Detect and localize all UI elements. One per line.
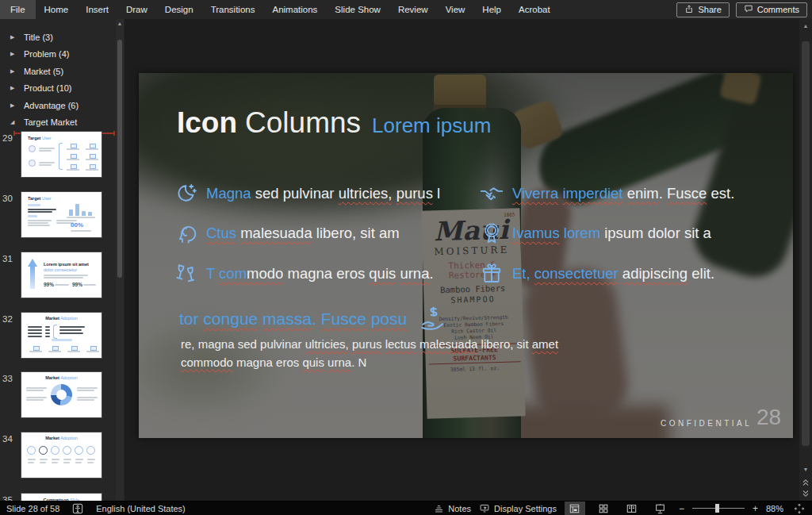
cheers-glasses-icon [174,262,197,286]
next-slide-button[interactable] [799,488,812,501]
slide-thumbnail-29[interactable]: Target User [21,132,102,177]
section-target-market[interactable]: ◢Target Market [0,114,124,132]
thumbnail-stat: 99% [72,282,82,287]
bullet-row[interactable]: Viverra imperdiet enim. Fusce est. [480,182,734,206]
chevron-right-icon: ▶ [10,51,17,57]
slide-canvas[interactable]: 1085 Maui MOISTURE Thicken &Restore + Ba… [124,19,799,501]
comments-button[interactable]: Comments [736,2,807,17]
normal-view-button[interactable] [565,502,585,515]
slide-number: 30 [2,194,18,203]
section-problem[interactable]: ▶Problem (4) [0,46,124,63]
scrollbar-thumb[interactable] [802,41,810,446]
bullet-row[interactable]: Et, consectetuer adipiscing elit. [480,262,714,286]
menu-acrobat[interactable]: Acrobat [510,0,559,19]
menu-design[interactable]: Design [156,0,202,19]
bullet-text: Ctus malesuada libero, sit am [206,225,400,242]
menu-insert[interactable]: Insert [77,0,117,19]
outline-sections: ▶Title (3) ▶Problem (4) ▶Market (5) ▶Pro… [0,19,124,134]
scroll-down-icon[interactable]: ▼ [799,463,812,475]
slides-outline-panel: ▶Title (3) ▶Problem (4) ▶Market (5) ▶Pro… [0,19,124,501]
menu-help[interactable]: Help [473,0,510,19]
menu-view[interactable]: View [437,0,474,19]
scrollbar-track[interactable] [799,32,812,463]
current-slide[interactable]: 1085 Maui MOISTURE Thicken &Restore + Ba… [139,73,793,438]
notes-button[interactable]: Notes [434,503,471,513]
slide-thumbnail-33[interactable]: Market Adoption [21,372,102,417]
title-bold: Icon [177,106,237,140]
workspace: ▶Title (3) ▶Problem (4) ▶Market (5) ▶Pro… [0,19,812,501]
zoom-slider[interactable] [692,508,745,509]
menu-bar: File Home Insert Draw Design Transitions… [0,0,812,19]
section-advantage[interactable]: ▶Advantage (6) [0,97,124,114]
zoom-out-button[interactable]: − [679,503,684,514]
menu-file[interactable]: File [0,0,36,19]
slide-number: 34 [2,434,18,444]
title-accent: Lorem ipsum [372,113,491,138]
chevron-right-icon: ▶ [10,68,17,75]
body-paragraph[interactable]: re, magna sed pulvinar ultricies, purus … [181,335,581,371]
chevron-right-icon: ▶ [10,102,17,109]
bullet-row[interactable]: Magna sed pulvinar ultricies, purus l [174,182,440,206]
slide-content: Icon Columns Lorem ipsum Magna sed pulvi… [139,73,793,438]
previous-slide-button[interactable] [799,475,812,488]
language-indicator[interactable]: English (United States) [96,504,186,513]
vertical-scrollbar[interactable]: ▲ ▼ [799,19,812,501]
brain-head-icon [174,221,197,245]
menu-right-cluster: Share Comments [676,0,812,19]
slide-thumbnail-35[interactable]: Comparison Slide [21,494,102,501]
accessibility-button[interactable] [72,503,83,514]
bullet-text: T commodo magna eros quis urna. [206,265,434,282]
section-product[interactable]: ▶Product (10) [0,80,124,98]
zoom-slider-thumb[interactable] [715,504,719,513]
title-light: Columns [245,106,361,140]
reading-view-button[interactable] [622,502,642,515]
bullet-row[interactable]: T commodo magna eros quis urna. [174,262,434,286]
donut-chart [51,384,72,405]
slide-number: 32 [2,314,18,324]
slide-thumbnail-30[interactable]: Target User 00% [21,192,102,237]
section-market[interactable]: ▶Market (5) [0,63,124,80]
chevron-right-icon: ▶ [10,34,17,40]
notes-icon [434,503,444,513]
thumbnail-list: 29 Target User 30 Target User [0,132,124,501]
comments-label: Comments [757,5,799,14]
panel-scrollbar-thumb[interactable] [117,40,122,278]
slide-show-button[interactable] [650,502,671,515]
zoom-percentage[interactable]: 88% [766,504,783,513]
scroll-up-icon[interactable]: ▲ [116,21,124,26]
status-bar: Slide 28 of 58 English (United States) N… [0,501,812,515]
section-title[interactable]: ▶Title (3) [0,29,124,46]
confidential-label: CONFIDENTIAL [661,419,752,428]
scroll-up-icon[interactable]: ▲ [799,19,812,32]
display-settings-icon [479,503,490,513]
bullet-text: Magna sed pulvinar ultricies, purus l [206,185,440,202]
bullet-text: Viverra imperdiet enim. Fusce est. [512,185,734,202]
share-button[interactable]: Share [676,2,729,17]
powerpoint-window: File Home Insert Draw Design Transitions… [0,0,812,515]
handshake-icon [480,182,504,206]
slide-counter[interactable]: Slide 28 of 58 [6,504,59,513]
slide-thumbnail-31[interactable]: Lorem ipsum sit ametdolor consectetur 99… [21,252,102,298]
menu-home[interactable]: Home [36,0,78,19]
fit-to-window-button[interactable] [791,502,807,515]
slide-sorter-view-button[interactable] [593,502,614,515]
slide-number: 33 [2,374,18,383]
slide-page-number: 28 [756,405,781,430]
zoom-in-button[interactable]: + [753,503,758,514]
menu-draw[interactable]: Draw [117,0,156,19]
bullet-row[interactable]: Ivamus lorem ipsum dolor sit a [480,221,711,245]
menu-animations[interactable]: Animations [263,0,326,19]
slide-thumbnail-32[interactable]: Market Adoption [21,313,102,358]
menu-slide-show[interactable]: Slide Show [326,0,389,19]
panel-scrollbar[interactable]: ▲ [116,19,124,501]
menu-transitions[interactable]: Transitions [202,0,264,19]
menu-review[interactable]: Review [389,0,437,19]
display-settings-button[interactable]: Display Settings [479,503,557,513]
slide-thumbnail-34[interactable]: Market Adoption [21,432,102,478]
award-medal-icon [480,221,504,245]
money-hand-icon [419,306,446,332]
bullet-row[interactable]: Ctus malesuada libero, sit am [174,221,400,245]
slide-number: 35 [2,495,18,501]
money-text-row[interactable]: tor congue massa. Fusce posu [179,306,446,332]
slide-title[interactable]: Icon Columns Lorem ipsum [177,106,491,140]
